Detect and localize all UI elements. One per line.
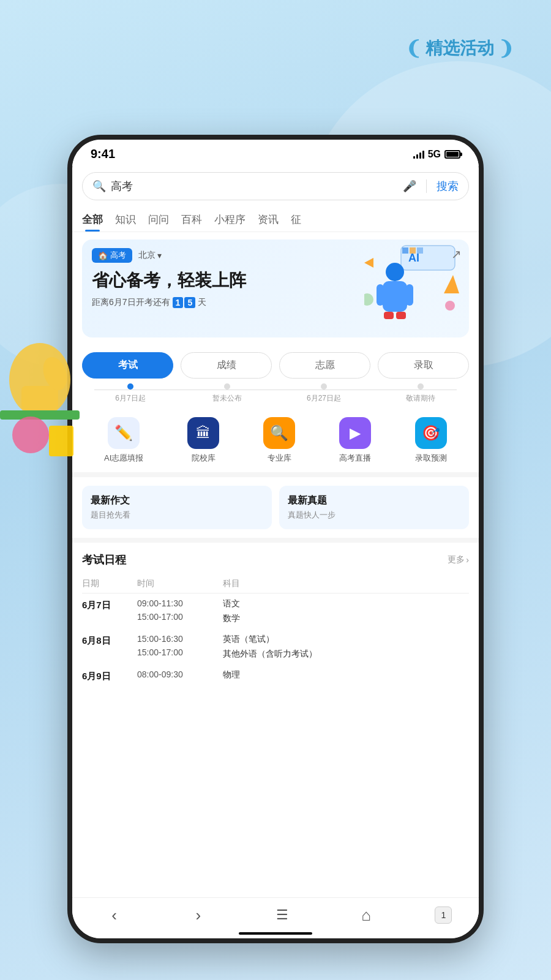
tab-baike[interactable]: 百科 xyxy=(181,208,202,232)
timeline-admit: 敬请期待 xyxy=(372,383,469,404)
day-num-1: 1 xyxy=(173,297,184,308)
svg-point-19 xyxy=(445,301,455,311)
prog-tab-exam[interactable]: 考试 xyxy=(82,352,173,379)
timeline-score: 暂未公布 xyxy=(179,383,276,404)
timeline-exam: 6月7日起 xyxy=(82,383,179,404)
major-lib-label: 专业库 xyxy=(268,453,291,464)
svg-marker-20 xyxy=(364,258,373,268)
nav-tabs: 全部 知识 问问 百科 小程序 资讯 征 xyxy=(72,208,479,232)
tab-knowledge[interactable]: 知识 xyxy=(115,208,136,232)
timeline-label-apply: 6月27日起 xyxy=(276,393,372,404)
predict-label: 录取预测 xyxy=(415,453,447,464)
quick-live[interactable]: ▶ 高考直播 xyxy=(339,417,371,464)
gaokao-card[interactable]: 🏠 高考 北京 ▾ AI xyxy=(82,239,469,337)
prog-tab-apply[interactable]: 志愿 xyxy=(279,352,370,379)
day-num-2: 5 xyxy=(184,297,195,308)
signal-icon xyxy=(413,150,424,159)
location-text: 北京 xyxy=(138,250,156,261)
svg-point-11 xyxy=(386,263,404,281)
phone-content: 🔍 高考 🎤 搜索 全部 知识 问问 百科 小程序 资讯 征 🏠 高考 xyxy=(72,166,479,938)
header-time: 时间 xyxy=(137,578,223,589)
prog-tab-admit[interactable]: 录取 xyxy=(378,352,469,379)
svg-rect-1 xyxy=(21,386,58,410)
external-link-icon[interactable]: ↗ xyxy=(451,247,462,262)
tab-count-badge[interactable]: 1 xyxy=(435,907,452,924)
tab-news[interactable]: 资讯 xyxy=(258,208,279,232)
quick-school-lib[interactable]: 🏛 院校库 xyxy=(187,417,219,464)
card-ai-illustration: AI xyxy=(364,244,459,321)
latest-essay-card[interactable]: 最新作文 题目抢先看 xyxy=(82,486,272,529)
schedule-row-june9: 6月9日 08:00-09:30 物理 xyxy=(82,667,469,685)
time-june8-2: 15:00-17:00 xyxy=(137,647,223,657)
svg-rect-8 xyxy=(402,247,408,254)
subject-june8-2: 其他外语（含听力考试） xyxy=(223,649,469,660)
date-june9: 6月9日 xyxy=(82,669,137,682)
schedule-title: 考试日程 xyxy=(82,552,126,567)
more-text: 更多 xyxy=(448,554,465,565)
latest-exam-card[interactable]: 最新真题 真题快人一步 xyxy=(279,486,469,529)
schedule-section: 考试日程 更多 › 日期 时间 科目 xyxy=(72,543,479,699)
prog-tab-score[interactable]: 成绩 xyxy=(181,352,272,379)
location-button[interactable]: 北京 ▾ xyxy=(138,250,162,261)
time-june8-1: 15:00-16:30 xyxy=(137,634,223,644)
svg-rect-9 xyxy=(410,247,416,254)
subjects-june8: 英语（笔试） 其他外语（含听力考试） xyxy=(223,634,469,660)
svg-rect-3 xyxy=(0,410,80,420)
schedule-header: 考试日程 更多 › xyxy=(82,552,469,567)
phone-frame: 9:41 5G 🔍 高考 🎤 搜索 全部 xyxy=(67,135,484,943)
gaokao-tag-label: 高考 xyxy=(110,250,126,261)
home-button[interactable]: ⌂ xyxy=(351,904,381,926)
subject-june9-1: 物理 xyxy=(223,669,469,680)
time-june9-1: 08:00-09:30 xyxy=(137,669,223,679)
timeline-dot-admit xyxy=(418,383,424,390)
school-lib-label: 院校库 xyxy=(192,453,216,464)
tab-more[interactable]: 征 xyxy=(291,208,301,232)
tab-question[interactable]: 问问 xyxy=(148,208,169,232)
header-subject: 科目 xyxy=(223,578,469,589)
time-june7-1: 09:00-11:30 xyxy=(137,598,223,608)
svg-point-17 xyxy=(364,293,373,306)
timeline-apply: 6月27日起 xyxy=(276,383,372,404)
schedule-row-june8: 6月8日 15:00-16:30 15:00-17:00 英语（笔试） 其他外语… xyxy=(82,631,469,662)
live-label: 高考直播 xyxy=(339,453,371,464)
mic-icon[interactable]: 🎤 xyxy=(403,179,416,193)
tab-miniapp[interactable]: 小程序 xyxy=(214,208,246,232)
major-lib-icon: 🔍 xyxy=(263,417,295,449)
svg-marker-18 xyxy=(444,275,459,293)
timeline: 6月7日起 暂未公布 6月27日起 敬请期待 xyxy=(72,379,479,411)
svg-rect-15 xyxy=(384,312,394,319)
timeline-label-score: 暂未公布 xyxy=(179,393,276,404)
home-indicator xyxy=(239,932,312,935)
svg-rect-12 xyxy=(383,281,407,312)
chevron-down-icon: ▾ xyxy=(157,251,162,260)
forward-button[interactable]: › xyxy=(183,904,214,926)
more-link[interactable]: 更多 › xyxy=(448,554,469,565)
times-june9: 08:00-09:30 xyxy=(137,669,223,679)
timeline-label-exam: 6月7日起 xyxy=(82,393,179,404)
times-june8: 15:00-16:30 15:00-17:00 xyxy=(137,634,223,657)
quick-major-lib[interactable]: 🔍 专业库 xyxy=(263,417,295,464)
subject-june7-2: 数学 xyxy=(223,613,469,624)
back-button[interactable]: ‹ xyxy=(99,904,130,926)
quick-ai-fill[interactable]: ✏️ AI志愿填报 xyxy=(104,417,143,464)
svg-rect-16 xyxy=(396,312,406,319)
quick-predict[interactable]: 🎯 录取预测 xyxy=(415,417,447,464)
search-button[interactable]: 搜索 xyxy=(437,179,459,194)
menu-button[interactable]: ☰ xyxy=(267,904,298,926)
svg-point-4 xyxy=(12,417,49,453)
school-lib-icon: 🏛 xyxy=(187,417,219,449)
progress-tabs: 考试 成绩 志愿 录取 xyxy=(72,345,479,379)
subject-june8-1: 英语（笔试） xyxy=(223,634,469,645)
featured-activities-badge[interactable]: ❨ 精选活动 ❩ xyxy=(405,37,514,60)
schedule-row-june7: 6月7日 09:00-11:30 15:00-17:00 语文 数学 xyxy=(82,596,469,627)
time-june7-2: 15:00-17:00 xyxy=(137,612,223,622)
subject-june7-1: 语文 xyxy=(223,598,469,609)
search-text[interactable]: 高考 xyxy=(111,179,398,194)
status-icons: 5G xyxy=(413,149,460,160)
svg-rect-14 xyxy=(406,284,413,306)
times-june7: 09:00-11:30 15:00-17:00 xyxy=(137,598,223,622)
search-bar[interactable]: 🔍 高考 🎤 搜索 xyxy=(82,172,469,200)
date-june8: 6月8日 xyxy=(82,634,137,647)
tab-all[interactable]: 全部 xyxy=(82,208,103,232)
table-row: 6月9日 08:00-09:30 物理 xyxy=(82,667,469,685)
